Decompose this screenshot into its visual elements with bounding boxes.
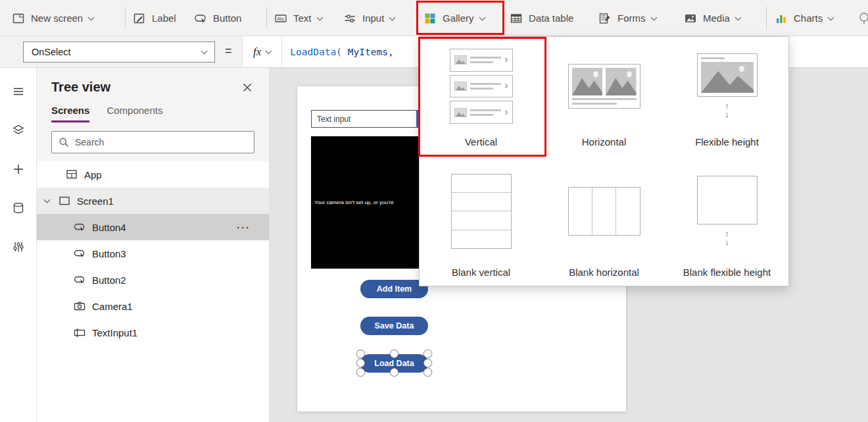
tree-item-label: Button2 [92,275,126,286]
chevron-down-icon [389,14,396,20]
flexible-height-gallery-icon: ↑ ↓ [697,37,758,136]
gallery-option-flexible-height[interactable]: ↑ ↓ Flexible height [665,37,788,157]
search-input[interactable] [75,137,247,147]
tree-view-icon [12,124,25,137]
toolbar-item-label: Charts [794,13,823,24]
tree-view-rail-button[interactable] [4,116,33,145]
equals-sign: = [225,44,232,58]
partial-toolbar-icon [857,0,868,36]
selection-handle[interactable] [356,359,365,367]
toolbar-divider [766,7,767,30]
property-selected-value: OnSelect [32,47,71,57]
more-options-button[interactable]: ··· [237,222,269,233]
tab-components[interactable]: Components [107,105,162,122]
canvas-text-input[interactable] [311,110,418,128]
selection-handle[interactable] [356,350,365,358]
toolbar-item-data-table[interactable]: Data table [510,0,573,36]
tree-item-app[interactable]: App [37,161,269,188]
advanced-tools-rail-button[interactable] [4,232,33,261]
chevron-down-icon [735,14,741,20]
gallery-option-blank-flexible-height[interactable]: ↑ ↓ Blank flexible height [665,157,788,287]
toolbar-item-label: New screen [31,13,83,24]
data-rail-button[interactable] [4,194,33,223]
selection-handle[interactable] [390,368,398,377]
tree-item-label: TextInput1 [92,327,137,338]
property-selector[interactable]: OnSelect [23,41,215,63]
toolbar-item-forms[interactable]: Forms [598,0,656,36]
toolbar-item-charts[interactable]: Charts [775,0,833,36]
gallery-option-blank-vertical[interactable]: Blank vertical [420,157,542,287]
tab-screens[interactable]: Screens [51,105,89,122]
chevron-down-icon [828,14,834,20]
label-icon [133,12,146,25]
menu-button[interactable] [4,77,33,106]
gallery-option-label: Vertical [465,136,497,149]
gallery-option-label: Horizontal [582,136,627,149]
gallery-option-blank-horizontal[interactable]: Blank horizontal [542,157,665,287]
chevron-expand-icon[interactable] [44,197,51,203]
button-icon [74,248,85,259]
canvas-button-add-item[interactable]: Add Item [360,280,428,298]
tree-item-screen1[interactable]: Screen1 [37,188,269,214]
toolbar-item-label: Media [703,13,730,24]
toolbar-item-input[interactable]: Input [343,0,395,36]
text-input-icon [74,327,85,338]
toolbar-item-button[interactable]: Button [194,0,241,36]
media-image-icon [684,12,697,25]
chevron-down-icon [201,48,208,55]
chevron-down-icon [266,47,272,54]
blank-vertical-gallery-icon [451,157,512,266]
fx-dropdown-button[interactable]: fx [243,36,282,67]
search-box[interactable] [51,131,254,153]
gallery-icon [423,12,437,25]
camera-icon [74,300,85,312]
toolbar-divider [125,7,126,30]
close-icon [243,83,252,92]
close-panel-button[interactable] [240,80,254,95]
selection-handle[interactable] [390,350,398,358]
selection-handle[interactable] [356,368,365,377]
gallery-option-label: Flexible height [695,136,759,149]
toolbar-item-label: Forms [617,13,646,24]
fx-icon: fx [253,45,261,59]
data-cylinder-icon [12,201,25,215]
new-screen-icon [12,12,25,25]
blank-horizontal-gallery-icon [568,157,640,266]
toolbar-item-label: Button [213,13,241,24]
toolbar-item-new-screen[interactable]: New screen [12,0,93,36]
toolbar-item-gallery[interactable]: Gallery [423,0,485,36]
tree-item-button4[interactable]: Button4 ··· [37,214,269,240]
tree-item-button2[interactable]: Button2 [37,267,269,293]
button-icon [194,12,207,25]
tree-item-label: Camera1 [92,301,133,312]
blank-flexible-height-gallery-icon: ↑ ↓ [697,157,758,266]
canvas-button-save-data[interactable]: Save Data [360,317,428,335]
gallery-option-label: Blank flexible height [683,266,771,279]
forms-icon [598,12,612,25]
tree-item-textinput1[interactable]: TextInput1 [37,319,269,346]
input-sliders-icon [343,12,356,25]
formula-text[interactable]: LoadData( MyItems , [282,47,393,57]
toolbar-item-media[interactable]: Media [684,0,740,36]
selection-handle[interactable] [423,359,432,367]
tree-item-label: Button4 [92,222,126,233]
button-icon [74,221,85,233]
tree-item-button3[interactable]: Button3 [37,240,269,267]
toolbar-item-label: Text [293,13,312,24]
toolbar-item-text[interactable]: Abc Text [274,0,322,36]
insert-rail-button[interactable] [4,155,33,184]
data-table-icon [510,12,523,25]
menu-icon [12,85,25,98]
app-icon [66,169,78,180]
tree-item-label: Button3 [92,248,126,259]
chevron-down-icon [479,14,485,20]
toolbar-item-label: Data table [529,13,573,24]
tree-item-camera1[interactable]: Camera1 [37,293,269,319]
toolbar-item-label[interactable]: Label [133,0,176,36]
chevron-down-icon [316,14,323,20]
gallery-option-horizontal[interactable]: Horizontal [542,37,665,157]
selection-handle[interactable] [423,368,432,377]
gallery-option-vertical[interactable]: › › › Vertical [420,37,542,157]
top-toolbar: New screen Label Button Abc Text Input [0,0,868,36]
selection-handle[interactable] [423,350,432,358]
